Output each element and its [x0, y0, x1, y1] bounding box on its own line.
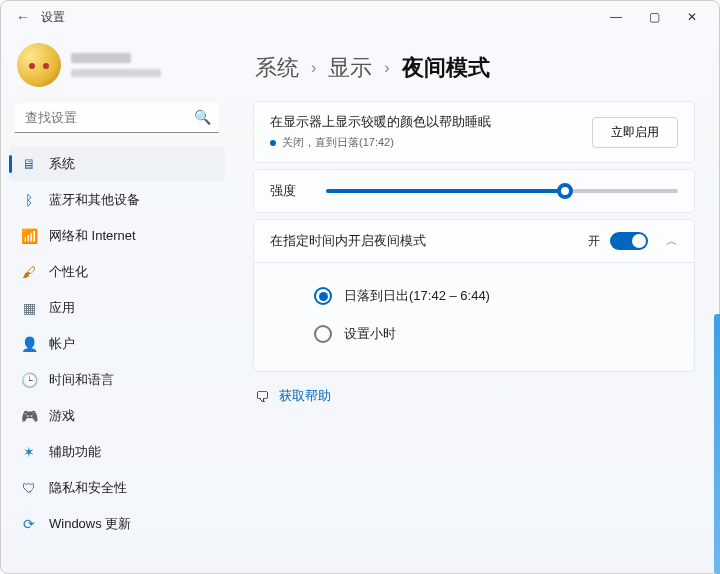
window-title: 设置 — [41, 9, 65, 26]
nav-label: 应用 — [49, 299, 75, 317]
minimize-button[interactable]: — — [597, 3, 635, 31]
nav-label: 帐户 — [49, 335, 75, 353]
nav-label: 蓝牙和其他设备 — [49, 191, 140, 209]
slider-thumb[interactable] — [557, 183, 573, 199]
sidebar-item-1[interactable]: ᛒ蓝牙和其他设备 — [9, 183, 225, 217]
schedule-option-0[interactable]: 日落到日出(17:42 – 6:44) — [314, 277, 678, 315]
help-icon: 🗨 — [255, 389, 269, 405]
sidebar-item-5[interactable]: 👤帐户 — [9, 327, 225, 361]
sidebar-item-7[interactable]: 🎮游戏 — [9, 399, 225, 433]
maximize-button[interactable]: ▢ — [635, 3, 673, 31]
get-help-link[interactable]: 获取帮助 — [279, 388, 331, 405]
profile-email — [71, 69, 161, 77]
nav-icon: ▦ — [21, 300, 37, 316]
search-box: 🔍 — [15, 103, 219, 133]
nav-label: 系统 — [49, 155, 75, 173]
radio-label: 设置小时 — [344, 325, 396, 343]
crumb-1[interactable]: 显示 — [328, 53, 372, 83]
strength-slider[interactable] — [326, 189, 678, 193]
crumb-2: 夜间模式 — [402, 53, 490, 83]
sidebar-item-10[interactable]: ⟳Windows 更新 — [9, 507, 225, 541]
sidebar-item-9[interactable]: 🛡隐私和安全性 — [9, 471, 225, 505]
sidebar-item-2[interactable]: 📶网络和 Internet — [9, 219, 225, 253]
banner-status: 关闭，直到日落(17:42) — [270, 135, 592, 150]
nav-icon: ✶ — [21, 444, 37, 460]
nav-icon: 🖌 — [21, 264, 37, 280]
schedule-option-1[interactable]: 设置小时 — [314, 315, 678, 353]
schedule-toggle[interactable] — [610, 232, 648, 250]
chevron-up-icon[interactable]: ︿ — [666, 233, 678, 250]
nav-icon: 🎮 — [21, 408, 37, 424]
main-content: 系统›显示›夜间模式 在显示器上显示较暖的颜色以帮助睡眠 关闭，直到日落(17:… — [233, 33, 719, 573]
nav-icon: 🕒 — [21, 372, 37, 388]
profile-name — [71, 53, 131, 63]
nav-label: 个性化 — [49, 263, 88, 281]
toggle-state-label: 开 — [588, 233, 600, 250]
enable-now-button[interactable]: 立即启用 — [592, 117, 678, 148]
banner-card: 在显示器上显示较暖的颜色以帮助睡眠 关闭，直到日落(17:42) 立即启用 — [253, 101, 695, 163]
chevron-right-icon: › — [311, 59, 316, 77]
profile-block[interactable] — [9, 37, 225, 99]
sidebar: 🔍 🖥系统ᛒ蓝牙和其他设备📶网络和 Internet🖌个性化▦应用👤帐户🕒时间和… — [1, 33, 233, 573]
status-dot-icon — [270, 140, 276, 146]
sidebar-item-4[interactable]: ▦应用 — [9, 291, 225, 325]
nav-label: 隐私和安全性 — [49, 479, 127, 497]
chevron-right-icon: › — [384, 59, 389, 77]
sidebar-item-3[interactable]: 🖌个性化 — [9, 255, 225, 289]
schedule-label: 在指定时间内开启夜间模式 — [270, 232, 426, 250]
nav-icon: ⟳ — [21, 516, 37, 532]
radio-icon — [314, 287, 332, 305]
breadcrumb: 系统›显示›夜间模式 — [255, 53, 695, 83]
radio-icon — [314, 325, 332, 343]
nav-list: 🖥系统ᛒ蓝牙和其他设备📶网络和 Internet🖌个性化▦应用👤帐户🕒时间和语言… — [9, 147, 225, 541]
nav-icon: 🖥 — [21, 156, 37, 172]
banner-desc: 在显示器上显示较暖的颜色以帮助睡眠 — [270, 114, 592, 131]
nav-label: 辅助功能 — [49, 443, 101, 461]
strength-label: 强度 — [270, 182, 296, 200]
schedule-options: 日落到日出(17:42 – 6:44)设置小时 — [253, 263, 695, 372]
nav-label: Windows 更新 — [49, 515, 131, 533]
nav-icon: 🛡 — [21, 480, 37, 496]
nav-icon: ᛒ — [21, 192, 37, 208]
avatar — [17, 43, 61, 87]
strength-card: 强度 — [253, 169, 695, 213]
sidebar-item-8[interactable]: ✶辅助功能 — [9, 435, 225, 469]
sidebar-item-0[interactable]: 🖥系统 — [9, 147, 225, 181]
nav-label: 游戏 — [49, 407, 75, 425]
search-icon: 🔍 — [194, 109, 211, 125]
close-button[interactable]: ✕ — [673, 3, 711, 31]
back-button[interactable]: ← — [9, 9, 37, 25]
radio-label: 日落到日出(17:42 – 6:44) — [344, 287, 490, 305]
crumb-0[interactable]: 系统 — [255, 53, 299, 83]
nav-icon: 👤 — [21, 336, 37, 352]
nav-label: 时间和语言 — [49, 371, 114, 389]
sidebar-item-6[interactable]: 🕒时间和语言 — [9, 363, 225, 397]
search-input[interactable] — [15, 103, 219, 133]
schedule-card: 在指定时间内开启夜间模式 开 ︿ — [253, 219, 695, 263]
help-row: 🗨 获取帮助 — [253, 388, 695, 405]
nav-label: 网络和 Internet — [49, 227, 136, 245]
taskbar-edge — [714, 314, 720, 574]
titlebar: ← 设置 — ▢ ✕ — [1, 1, 719, 33]
nav-icon: 📶 — [21, 228, 37, 244]
